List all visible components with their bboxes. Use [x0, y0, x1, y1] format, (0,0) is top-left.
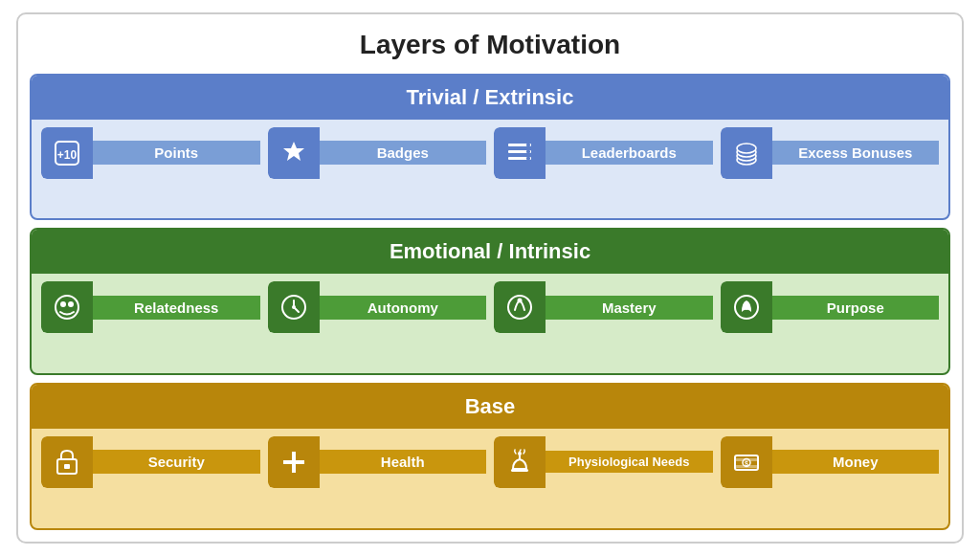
item-money: $ Money	[721, 436, 940, 488]
excess-bonuses-label: Excess Bonuses	[772, 141, 940, 165]
svg-text:$: $	[745, 460, 748, 468]
item-physiological: Physiological Needs	[494, 436, 713, 488]
svg-point-18	[518, 299, 523, 303]
purpose-label: Purpose	[772, 296, 940, 320]
item-mastery: Mastery	[494, 281, 713, 333]
item-excess-bonuses: Excess Bonuses	[721, 127, 940, 179]
item-leaderboards: Leaderboards	[494, 127, 713, 179]
svg-rect-6	[526, 150, 530, 153]
mastery-label: Mastery	[546, 296, 713, 320]
svg-text:+10: +10	[57, 148, 78, 162]
svg-rect-23	[511, 469, 528, 472]
physiological-icon	[494, 436, 546, 488]
item-points: +10 Points	[41, 127, 260, 179]
base-items-row: Security Health	[32, 429, 948, 496]
svg-rect-7	[526, 157, 530, 160]
autonomy-label: Autonomy	[320, 296, 487, 320]
badges-label: Badges	[320, 141, 487, 165]
purpose-icon	[721, 281, 772, 333]
svg-rect-5	[526, 144, 530, 146]
points-label: Points	[93, 141, 260, 165]
item-autonomy: Autonomy	[268, 281, 487, 333]
svg-point-16	[292, 305, 296, 309]
physiological-label: Physiological Needs	[546, 451, 713, 473]
main-container: Layers of Motivation Trivial / Extrinsic…	[16, 12, 964, 544]
item-badges: Badges	[268, 127, 487, 179]
page-title: Layers of Motivation	[30, 26, 950, 66]
svg-point-14	[68, 301, 74, 307]
health-label: Health	[320, 450, 487, 474]
svg-rect-21	[64, 464, 70, 469]
security-label: Security	[93, 450, 260, 474]
money-icon: $	[721, 436, 772, 488]
layer-base: Base Security	[30, 383, 950, 530]
layer-trivial: Trivial / Extrinsic +10 Points	[30, 74, 950, 221]
item-health: Health	[268, 436, 487, 488]
layer-emotional: Emotional / Intrinsic Relatedness	[30, 228, 950, 375]
item-security: Security	[41, 436, 260, 488]
badges-icon	[268, 127, 320, 179]
leaderboards-label: Leaderboards	[546, 141, 713, 165]
trivial-header: Trivial / Extrinsic	[32, 76, 948, 120]
relatedness-label: Relatedness	[93, 296, 260, 320]
money-label: Money	[772, 450, 940, 474]
trivial-items-row: +10 Points Badges	[32, 120, 948, 187]
health-icon	[268, 436, 320, 488]
leaderboards-icon	[494, 127, 546, 179]
emotional-header: Emotional / Intrinsic	[32, 230, 948, 274]
security-icon	[41, 436, 93, 488]
item-purpose: Purpose	[721, 281, 940, 333]
autonomy-icon	[268, 281, 320, 333]
mastery-icon	[494, 281, 546, 333]
item-relatedness: Relatedness	[41, 281, 260, 333]
base-header: Base	[32, 385, 948, 429]
points-icon: +10	[41, 127, 93, 179]
emotional-items-row: Relatedness Autonomy	[32, 274, 948, 341]
excess-bonuses-icon	[721, 127, 772, 179]
relatedness-icon	[41, 281, 93, 333]
svg-point-11	[737, 144, 756, 153]
svg-point-13	[60, 301, 66, 307]
